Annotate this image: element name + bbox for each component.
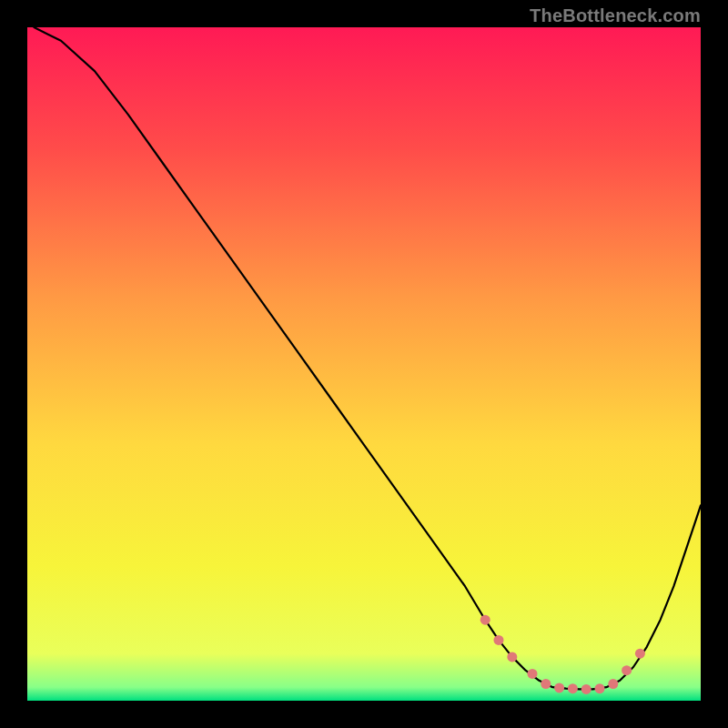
gradient-background: [27, 27, 701, 701]
marker-point: [494, 635, 504, 645]
watermark-text: TheBottleneck.com: [530, 5, 701, 26]
marker-point: [581, 684, 592, 694]
marker-point: [568, 683, 578, 693]
marker-point: [635, 649, 645, 659]
chart-container: TheBottleneck.com: [0, 0, 728, 728]
marker-point: [507, 652, 517, 662]
marker-point: [608, 679, 618, 689]
chart-svg: [27, 27, 701, 701]
marker-point: [528, 669, 538, 679]
marker-point: [541, 679, 551, 689]
marker-point: [595, 683, 605, 693]
marker-point: [554, 682, 564, 693]
plot-area: [27, 27, 701, 701]
marker-point: [622, 665, 632, 675]
marker-point: [480, 615, 490, 625]
